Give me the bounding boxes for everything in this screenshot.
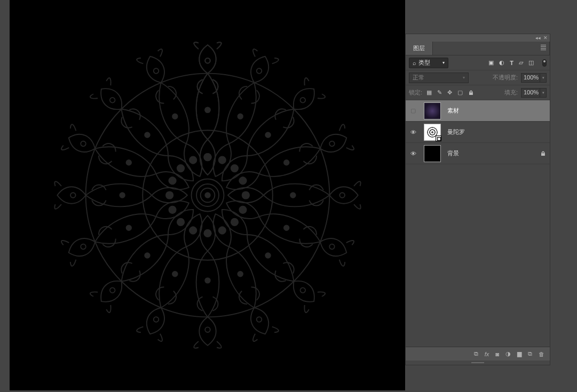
fill-input[interactable]: 100% [521, 88, 540, 98]
lock-fill-row: 锁定: ▦ ✎ ✥ ▢ 🔒︎ 填充: 100% ▾ [406, 85, 550, 100]
blend-mode-label: 正常 [413, 74, 424, 82]
filter-pixel-icon[interactable]: ▣ [488, 59, 494, 66]
panel-titlebar: ◂◂ ✕ [406, 34, 550, 42]
chevron-down-icon: ▾ [463, 75, 465, 80]
canvas[interactable] [10, 0, 405, 390]
layer-lock-icon[interactable]: 🔒︎ [536, 150, 550, 157]
lock-transparency-icon[interactable]: ▦ [426, 89, 432, 96]
layers-panel-footer: ⧉ fx ◙ ◑ ▆ ⧉ 🗑︎ [406, 347, 550, 361]
layer-row-selected[interactable]: ▢ 素材 [406, 100, 550, 122]
panel-resize-grip[interactable] [406, 361, 550, 365]
lock-label: 锁定: [409, 89, 422, 97]
opacity-label: 不透明度: [493, 74, 518, 82]
delete-layer-icon[interactable]: 🗑︎ [539, 351, 544, 357]
lock-all-icon[interactable]: 🔒︎ [468, 90, 474, 96]
workspace-background [405, 0, 577, 34]
layer-name[interactable]: 背景 [444, 149, 536, 157]
canvas-area [10, 0, 405, 392]
fill-label: 填充: [504, 89, 518, 97]
layer-effects-icon[interactable]: fx [485, 351, 489, 357]
filter-row: ⌕ 类型 ▾ ▣ ◐ T ▱ ◫ [406, 55, 550, 70]
panel-collapse-icon[interactable]: ◂◂ [535, 36, 541, 41]
lock-icons: ▦ ✎ ✥ ▢ 🔒︎ [426, 89, 474, 96]
new-group-icon[interactable]: ▆ [517, 350, 521, 357]
filter-adjustment-icon[interactable]: ◐ [499, 59, 504, 66]
layer-thumbnail[interactable] [424, 124, 441, 141]
layer-name[interactable]: 素材 [444, 107, 550, 115]
blend-opacity-row: 正常 ▾ 不透明度: 100% ▾ [406, 70, 550, 85]
tab-layers[interactable]: 图层 [406, 42, 433, 55]
layer-thumbnail[interactable] [424, 145, 441, 162]
layer-thumbnail-col [421, 145, 444, 162]
layer-visibility-toggle[interactable]: 👁︎ [406, 150, 421, 157]
tab-empty[interactable] [433, 42, 550, 55]
layer-filters: ▣ ◐ T ▱ ◫ [488, 59, 547, 67]
layer-thumbnail-col [421, 102, 444, 119]
search-icon: ⌕ [413, 60, 416, 66]
opacity-input[interactable]: 100% [521, 73, 540, 83]
layer-list: ▢ 素材 👁︎ 曼陀罗 👁︎ [406, 100, 550, 164]
blend-mode-select[interactable]: 正常 ▾ [409, 73, 469, 83]
layer-visibility-toggle[interactable]: ▢ [406, 107, 421, 114]
layer-thumbnail[interactable] [424, 102, 441, 119]
layer-row[interactable]: 👁︎ 曼陀罗 [406, 122, 550, 143]
add-mask-icon[interactable]: ◙ [495, 351, 499, 357]
layers-panel: ◂◂ ✕ 图层 ⌕ 类型 ▾ ▣ [405, 34, 550, 365]
new-layer-icon[interactable]: ⧉ [528, 350, 532, 357]
panel-close-icon[interactable]: ✕ [543, 36, 548, 41]
filter-toggle[interactable] [542, 59, 547, 67]
window-gutter [0, 0, 10, 392]
layer-thumbnail-col [421, 124, 444, 141]
layer-kind-select[interactable]: ⌕ 类型 ▾ [409, 58, 448, 68]
mandala-artwork [50, 38, 365, 353]
svg-point-6 [204, 192, 210, 198]
fill-dropdown-button[interactable]: ▾ [540, 88, 547, 98]
link-layers-icon[interactable]: ⧉ [474, 350, 478, 357]
smart-object-icon [436, 135, 441, 141]
layer-name[interactable]: 曼陀罗 [444, 128, 550, 136]
opacity-dropdown-button[interactable]: ▾ [540, 73, 547, 83]
layer-visibility-toggle[interactable]: 👁︎ [406, 129, 421, 135]
new-adjustment-icon[interactable]: ◑ [505, 350, 511, 357]
kind-select-label: 类型 [418, 59, 430, 67]
lock-brush-icon[interactable]: ✎ [437, 89, 442, 96]
filter-smart-icon[interactable]: ◫ [528, 59, 534, 66]
filter-shape-icon[interactable]: ▱ [519, 59, 523, 66]
layer-list-empty-space[interactable] [406, 164, 550, 347]
filter-text-icon[interactable]: T [510, 60, 513, 66]
lock-position-icon[interactable]: ✥ [447, 89, 452, 96]
layer-row[interactable]: 👁︎ 背景 🔒︎ [406, 143, 550, 164]
panel-menu-icon[interactable] [541, 45, 546, 50]
chevron-down-icon: ▾ [442, 60, 445, 65]
lock-artboard-icon[interactable]: ▢ [457, 89, 463, 96]
